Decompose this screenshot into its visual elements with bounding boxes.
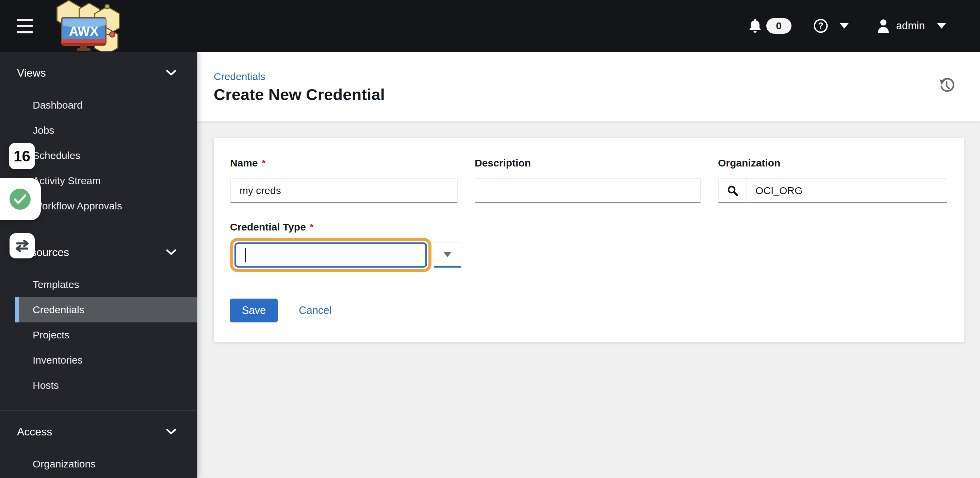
svg-text:?: ? <box>818 21 823 30</box>
description-label: Description <box>475 157 701 169</box>
nav-group-views[interactable]: Views <box>0 67 197 79</box>
nav-section-access: Access Organizations <box>0 410 197 478</box>
notification-count-badge: 0 <box>766 18 791 34</box>
sidebar-item-templates[interactable]: Templates <box>0 272 197 297</box>
sidebar-nav: Views Dashboard Jobs Schedules Activity … <box>0 52 197 478</box>
page-header: Credentials Create New Credential <box>197 52 980 121</box>
text-cursor <box>245 248 246 262</box>
description-input[interactable] <box>475 178 701 203</box>
save-button[interactable]: Save <box>230 299 278 322</box>
hamburger-bar <box>17 31 33 33</box>
organization-label: Organization <box>718 157 947 169</box>
top-bar: AWX 0 ? <box>0 0 980 52</box>
credential-type-label: Credential Type * <box>230 221 948 233</box>
sidebar-item-inventories[interactable]: Inventories <box>0 347 197 373</box>
search-icon <box>727 185 738 196</box>
credential-type-input[interactable] <box>234 242 427 268</box>
nav-group-access[interactable]: Access <box>0 425 197 438</box>
svg-text:AWX: AWX <box>69 24 99 38</box>
annotation-success-marker <box>0 178 41 220</box>
breadcrumb-credentials-link[interactable]: Credentials <box>214 71 266 82</box>
sidebar-item-projects[interactable]: Projects <box>0 322 197 347</box>
page-title: Create New Credential <box>214 85 385 104</box>
top-bar-actions: 0 ? admin <box>749 18 946 34</box>
sidebar-item-dashboard[interactable]: Dashboard <box>0 92 197 118</box>
cancel-link[interactable]: Cancel <box>299 304 332 317</box>
organization-input[interactable] <box>747 179 947 202</box>
chevron-down-icon[interactable] <box>840 23 849 29</box>
credential-type-dropdown-toggle[interactable] <box>434 242 461 268</box>
sidebar-item-hosts[interactable]: Hosts <box>0 373 197 398</box>
annotation-swap-marker <box>10 233 35 258</box>
dropdown-caret-icon <box>443 252 452 257</box>
history-icon[interactable] <box>938 77 956 95</box>
name-label: Name * <box>230 157 458 169</box>
app-root: AWX 0 ? <box>0 0 980 478</box>
required-asterisk: * <box>310 221 314 233</box>
annotation-count-badge: 16 <box>9 143 35 169</box>
sidebar-item-credentials[interactable]: Credentials <box>15 297 197 322</box>
credential-form-card: Name * Description Organization <box>214 138 964 342</box>
organization-field: Organization <box>718 154 947 203</box>
required-asterisk: * <box>262 158 266 169</box>
awx-logo[interactable]: AWX <box>51 1 123 51</box>
user-icon[interactable] <box>877 19 889 33</box>
name-field: Name * <box>230 154 458 203</box>
focus-highlight-ring <box>230 238 431 272</box>
username-label[interactable]: admin <box>896 20 925 32</box>
name-input[interactable] <box>230 178 458 203</box>
sidebar-item-organizations[interactable]: Organizations <box>0 451 197 476</box>
chevron-down-icon <box>166 69 176 76</box>
swap-arrows-icon <box>14 239 30 253</box>
bell-icon[interactable] <box>749 18 762 33</box>
chevron-down-icon <box>166 428 176 435</box>
nav-group-label: Access <box>17 425 52 438</box>
chevron-down-icon <box>166 249 176 256</box>
form-actions: Save Cancel <box>230 299 948 322</box>
annotation-count-label: 16 <box>14 148 30 165</box>
nav-group-label: Views <box>17 67 46 79</box>
credential-type-field: Credential Type * <box>230 221 948 272</box>
hamburger-menu-icon[interactable] <box>17 19 33 33</box>
description-field: Description <box>475 154 701 203</box>
organization-search-button[interactable] <box>719 179 747 202</box>
sidebar-item-jobs[interactable]: Jobs <box>0 118 197 143</box>
hamburger-bar <box>17 19 33 21</box>
hamburger-bar <box>17 25 33 27</box>
help-icon[interactable]: ? <box>813 18 828 33</box>
checkmark-icon <box>10 189 30 210</box>
chevron-down-icon[interactable] <box>937 23 946 29</box>
